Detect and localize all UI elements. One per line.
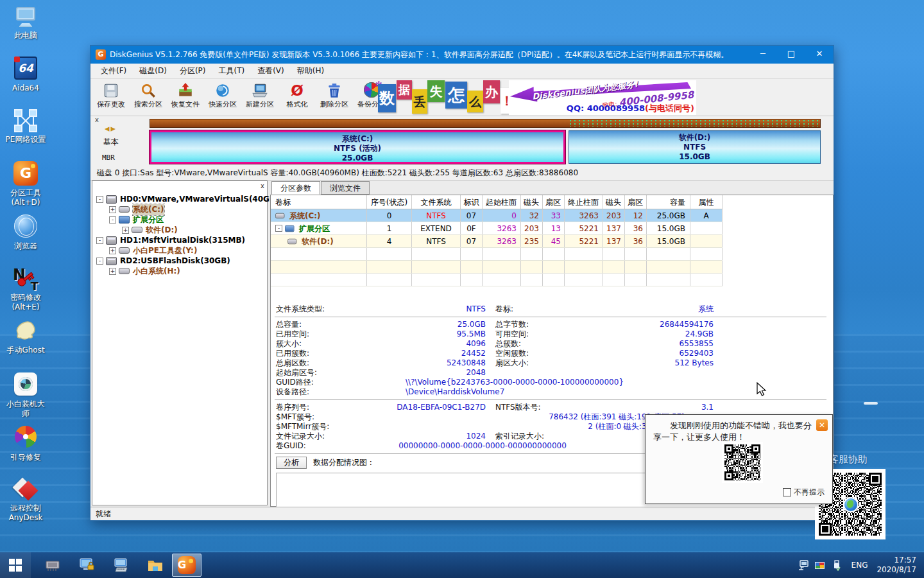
language-indicator[interactable]: ENG: [845, 561, 875, 570]
hdd-icon: [106, 257, 117, 265]
table-row-software-d[interactable]: 软件(D:) 4NTFS0732632354552211373615.0GB: [271, 235, 723, 248]
desktop-icon-this-pc[interactable]: 此电脑: [3, 4, 49, 40]
taskbar-diskgenius-active[interactable]: G: [172, 554, 201, 577]
taskbar-ram-tool[interactable]: [40, 552, 65, 578]
tray-display[interactable]: [812, 552, 828, 578]
desktop-icon-bootfix[interactable]: 引导修复: [3, 424, 49, 462]
menu-help[interactable]: 帮助(H): [291, 64, 330, 78]
folder-icon: [147, 557, 164, 574]
banner-qq-note: (与电话同号): [645, 103, 694, 113]
extended-partition-icon: [285, 225, 294, 231]
display-color-icon: [815, 562, 825, 569]
table-row-extended[interactable]: -扩展分区 1EXTEND0F32632031352211373615.0GB: [271, 222, 723, 235]
table-row-empty: [271, 274, 723, 286]
disk-info-line: 磁盘 0 接口:Sas 型号:VMware,VMwareVirtualS 容量:…: [90, 165, 834, 180]
minimize-button[interactable]: ─: [749, 46, 777, 64]
tab-browse-files[interactable]: 浏览文件: [321, 181, 370, 195]
tree-item-system-c[interactable]: +系统(C:): [109, 204, 164, 215]
partition-bar-d[interactable]: 软件(D:) NTFS 15.0GB: [569, 130, 821, 164]
toolbar-quick-partition[interactable]: 快速分区: [205, 81, 241, 114]
start-button[interactable]: [0, 552, 31, 578]
popup-text: 发现刚刚使用的功能不错呦，我也要分享一下，让更多人使用！: [653, 420, 812, 443]
clock[interactable]: 17:57 2020/8/17: [874, 556, 924, 575]
analyze-button[interactable]: 分析: [276, 457, 307, 469]
ad-tile: 办: [483, 80, 500, 103]
desktop-icon-browser[interactable]: 浏览器: [3, 213, 49, 251]
tray-network[interactable]: [795, 552, 812, 578]
tree-item-pe-tool-y[interactable]: +小白PE工具盘(Y:): [109, 245, 197, 256]
tree-item-xiaobai-h[interactable]: +小白系统(H:): [109, 266, 180, 276]
window-titlebar[interactable]: G DiskGenius V5.1.2.766 免费版(单文件PE版) 发现新版…: [90, 46, 834, 64]
menu-partition[interactable]: 分区(P): [173, 64, 212, 78]
partition-icon: [119, 247, 130, 254]
toolbar-delete-partition[interactable]: 删除分区: [316, 81, 352, 114]
pe-network-icon: [13, 108, 38, 134]
menu-tools[interactable]: 工具(T): [212, 64, 251, 78]
disk-strip: [150, 119, 821, 128]
table-row-empty: [271, 248, 723, 261]
tab-partition-params[interactable]: 分区参数: [271, 181, 320, 195]
service-qr-label: 客服协助: [829, 453, 868, 466]
recover-files-icon: [177, 82, 194, 99]
extended-partition-icon: [119, 216, 130, 223]
tree-item-rd2[interactable]: -RD2:USBFlashDisk(30GB): [96, 256, 230, 266]
network-icon: [798, 559, 809, 571]
checkbox-icon[interactable]: [783, 488, 791, 496]
detail-tabs: 分区参数 浏览文件: [270, 180, 834, 195]
new-partition-icon: [252, 82, 268, 99]
desktop-icon-pe-network[interactable]: PE网络设置: [3, 108, 49, 144]
banner-qq: QQ: 4000089958: [567, 103, 645, 113]
taskbar-keyboard-tool[interactable]: [108, 552, 133, 578]
qr-center-globe-icon: [843, 497, 859, 512]
tree-item-extended[interactable]: -扩展分区: [109, 215, 164, 225]
ad-tile: ！: [501, 88, 509, 114]
time: 17:57: [877, 556, 916, 565]
service-banner[interactable]: DiskGenius团队为您服务! 致电: 400-008-9958 QQ: 4…: [509, 80, 696, 115]
menu-view[interactable]: 查看(V): [251, 64, 291, 78]
table-row-system-c[interactable]: 系统(C:) 0NTFS070323332632031225.0GBA: [271, 209, 723, 222]
menu-disk[interactable]: 磁盘(D): [133, 64, 173, 78]
keyboard-monitor-icon: [112, 557, 129, 574]
status-bar: 就绪: [90, 507, 834, 520]
partition-icon: [132, 227, 142, 233]
ad-tile: 么: [467, 91, 483, 112]
toolbar-format[interactable]: Ø 格式化: [279, 81, 315, 114]
tray-usb[interactable]: [828, 552, 845, 578]
nav-arrows-icon[interactable]: ◂▸: [105, 123, 117, 134]
desktop-icon-ghost[interactable]: 手动Ghost: [3, 319, 49, 355]
desktop: 此电脑 64 Aida64 PE网络设置 G 分区工具(Alt+D) 浏览器 N…: [0, 0, 924, 578]
panel-close-icon[interactable]: x: [93, 116, 101, 124]
tree-item-software-d[interactable]: +软件(D:): [122, 225, 178, 235]
desktop-icon-anydesk[interactable]: 远程控制AnyDesk: [3, 477, 49, 523]
maximize-button[interactable]: □: [777, 46, 805, 64]
close-button[interactable]: ✕: [805, 46, 834, 64]
popup-close-icon[interactable]: ✕: [816, 419, 828, 431]
tree-close-icon[interactable]: x: [261, 182, 264, 189]
taskbar-pc-lock-tool[interactable]: [74, 552, 100, 578]
toolbar-new-partition[interactable]: 新建分区: [242, 81, 278, 114]
menu-file[interactable]: 文件(F): [94, 64, 133, 78]
no-more-prompt-checkbox[interactable]: 不再提示: [783, 487, 825, 498]
toolbar-save-changes[interactable]: 保存更改: [93, 81, 129, 114]
partition-icon: [275, 213, 284, 218]
window-title: DiskGenius V5.1.2.766 免费版(单文件PE版) 发现新版本 …: [110, 49, 749, 60]
app-icon: G: [96, 49, 106, 60]
date: 2020/8/17: [877, 565, 916, 575]
toolbar-search-partition[interactable]: 搜索分区: [130, 81, 166, 114]
desktop-icon-diskgenius[interactable]: G 分区工具(Alt+D): [3, 161, 49, 207]
tree-item-hd0[interactable]: -HD0:VMware,VMwareVirtualS(40GB): [96, 194, 279, 204]
disk-mode-label: 基本: [103, 137, 119, 148]
toolbar-recover-files[interactable]: 恢复文件: [167, 81, 203, 114]
taskbar-file-explorer[interactable]: [142, 552, 168, 578]
alloc-map-label: 数据分配情况图：: [313, 457, 375, 468]
desktop-icon-xiaobai[interactable]: 小白装机大师: [3, 371, 49, 419]
popup-qr-code: [724, 444, 760, 480]
partition-icon: [119, 206, 130, 213]
ad-tile: 丢: [412, 89, 427, 114]
tree-item-hd1[interactable]: -HD1:MsftVirtualDisk(315MB): [96, 235, 245, 245]
ad-tile: 数: [378, 84, 396, 112]
desktop-icon-aida64[interactable]: 64 Aida64: [3, 55, 49, 93]
partition-bar-c[interactable]: 系统(C:) NTFS (活动) 25.0GB: [150, 130, 565, 164]
desktop-icon-password[interactable]: NT 密码修改(Alt+E): [3, 266, 49, 312]
hdd-icon: [106, 236, 117, 245]
